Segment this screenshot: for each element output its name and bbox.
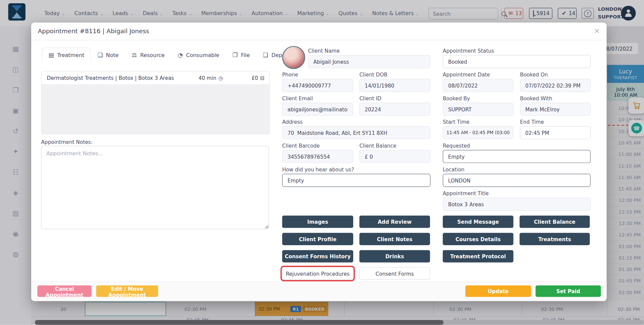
booked-by-label: Booked By	[443, 95, 470, 101]
treatment-duration: 40 min	[199, 74, 216, 80]
department-icon: ❑	[263, 52, 268, 58]
appointment-modal: Appointment #8116 | Abigail Joness × ▤ T…	[31, 22, 607, 301]
start-time-label: Start Time	[443, 119, 470, 125]
modal-header: Appointment #8116 | Abigail Joness ×	[31, 22, 607, 40]
modal-tabs: ▤ Treatment ❏ Note ⚖ Resource ◔ Consumab…	[42, 48, 310, 62]
client-action-buttons: Images Add Review Client Profile Client …	[282, 216, 430, 280]
treatment-panel-body[interactable]	[42, 84, 270, 134]
booked-with-label: Booked With	[520, 95, 552, 101]
client-email-input[interactable]	[282, 103, 353, 116]
note-icon: ❏	[98, 52, 103, 58]
appointment-status-label: Appointment Status	[443, 48, 494, 54]
action-button-send-message[interactable]: Send Message	[443, 216, 514, 228]
client-id-input[interactable]	[359, 103, 430, 116]
appointment-notes-textarea[interactable]	[41, 146, 269, 229]
action-button-client-notes[interactable]: Client Notes	[359, 233, 430, 245]
tab-file[interactable]: ❐ File	[226, 48, 256, 62]
action-button-images[interactable]: Images	[282, 216, 353, 228]
appointment-date-input[interactable]	[443, 79, 514, 92]
file-icon: ❐	[232, 52, 237, 58]
client-id-label: Client ID	[359, 95, 381, 101]
appointment-title-label: Appointment Title	[443, 190, 489, 196]
modal-title: Appointment #8116 | Abigail Joness	[38, 28, 149, 35]
action-button-consent-forms[interactable]: Consent Forms	[359, 267, 430, 280]
booked-by-input[interactable]	[443, 103, 514, 116]
set-paid-button[interactable]: Set Paid	[536, 285, 601, 297]
screen: Today ⌄ Contacts ⌄ Leads ⌄ Deals ⌄ Tasks…	[0, 0, 644, 325]
action-button-courses-details[interactable]: Courses Details	[443, 233, 514, 245]
location-label: Location	[443, 166, 465, 172]
cancel-appointment-button[interactable]: Cancel Appointment	[37, 285, 92, 297]
treatment-icon: ▤	[48, 52, 54, 58]
phone-label: Phone	[282, 71, 298, 77]
action-button-drinks[interactable]: Drinks	[359, 250, 430, 263]
price-icon: ⊟	[260, 74, 265, 80]
treatment-price: £0	[252, 74, 258, 80]
location-select[interactable]	[443, 174, 591, 187]
booked-on-label: Booked On	[520, 71, 548, 77]
phone-input[interactable]	[282, 79, 353, 92]
client-barcode-label: Client Barcode	[282, 143, 320, 149]
action-button-treatments[interactable]: Treatments	[520, 233, 590, 245]
end-time-input[interactable]	[520, 126, 591, 139]
appointment-date-label: Appointment Date	[443, 71, 490, 77]
edit-move-appointment-button[interactable]: Edit / Move Appointment	[96, 285, 158, 297]
client-barcode-input[interactable]	[282, 150, 353, 163]
client-name-input[interactable]	[308, 55, 430, 68]
treatment-name: Dermatologist Treatments | Botox | Botox…	[42, 74, 199, 80]
client-email-label: Client Email	[282, 95, 313, 101]
action-button-client-balance[interactable]: Client Balance	[520, 216, 590, 228]
resource-icon: ⚖	[132, 52, 137, 58]
tab-consumable[interactable]: ◔ Consumable	[171, 48, 226, 62]
booked-on-input[interactable]	[520, 79, 591, 92]
client-avatar[interactable]	[282, 46, 305, 69]
tab-note[interactable]: ❏ Note	[91, 48, 125, 62]
action-button-treatment-protocol[interactable]: Treatment Protocol	[443, 250, 514, 263]
requested-label: Requested	[443, 143, 470, 149]
client-dob-input[interactable]	[359, 79, 430, 92]
start-time-input[interactable]	[443, 126, 514, 139]
hear-about-label: How did you hear about us?	[282, 166, 354, 172]
treatment-row[interactable]: Dermatologist Treatments | Botox | Botox…	[42, 71, 270, 84]
modal-footer: Cancel Appointment Edit / Move Appointme…	[31, 281, 607, 301]
action-button-rejuvenation-procedures[interactable]: Rejuvenation Procedures	[282, 267, 353, 280]
client-balance-input[interactable]	[359, 150, 430, 163]
end-time-label: End Time	[520, 119, 544, 125]
hear-about-select[interactable]	[282, 174, 430, 187]
requested-select[interactable]	[443, 150, 591, 163]
close-icon[interactable]: ×	[594, 26, 600, 35]
address-input[interactable]	[282, 126, 430, 139]
client-dob-label: Client DOB	[359, 71, 387, 77]
address-label: Address	[282, 119, 303, 125]
action-button-consent-forms-history[interactable]: Consent Forms History	[282, 250, 353, 263]
treatment-panel: Dermatologist Treatments | Botox | Botox…	[41, 71, 270, 134]
appointment-title-input[interactable]	[443, 198, 591, 211]
client-balance-label: Client Balance	[359, 143, 396, 149]
appointment-status-input[interactable]	[443, 55, 591, 68]
update-button[interactable]: Update	[465, 285, 531, 297]
tab-treatment[interactable]: ▤ Treatment	[42, 48, 91, 62]
action-button-client-profile[interactable]: Client Profile	[282, 233, 353, 245]
tab-resource[interactable]: ⚖ Resource	[125, 48, 171, 62]
client-name-label: Client Name	[308, 48, 339, 54]
consumable-icon: ◔	[178, 52, 183, 58]
action-button-add-review[interactable]: Add Review	[359, 216, 430, 228]
booked-with-input[interactable]	[520, 103, 591, 116]
clock-icon: ◷	[218, 74, 223, 80]
appointment-notes-label: Appointment Notes:	[41, 139, 92, 145]
appointment-action-buttons: Send Message Client Balance Courses Deta…	[443, 216, 591, 263]
